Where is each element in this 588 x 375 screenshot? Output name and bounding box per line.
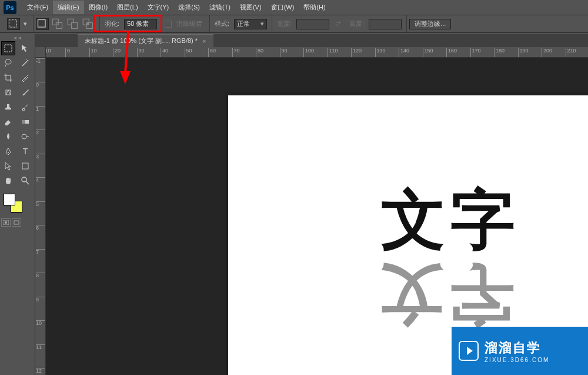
height-input: [369, 19, 402, 29]
pen-tool[interactable]: [1, 144, 15, 158]
history-brush-tool[interactable]: [18, 100, 32, 114]
svg-point-19: [8, 152, 9, 153]
tool-preset-icon[interactable]: [7, 18, 20, 30]
intersect-selection-icon[interactable]: [82, 18, 95, 30]
svg-point-12: [5, 59, 11, 64]
feather-label: 羽化:: [102, 19, 122, 28]
dodge-tool[interactable]: [18, 130, 32, 144]
close-icon[interactable]: ×: [202, 38, 206, 45]
svg-rect-17: [22, 120, 25, 124]
svg-rect-5: [72, 22, 78, 28]
screenmode-icon[interactable]: [12, 218, 21, 227]
svg-rect-14: [6, 90, 11, 95]
foreground-swatch[interactable]: [4, 194, 15, 205]
ruler-vertical: -1012345678910111213: [35, 58, 46, 375]
brush-tool[interactable]: [18, 85, 32, 99]
eraser-tool[interactable]: [1, 115, 15, 129]
svg-rect-0: [9, 19, 17, 27]
eyedropper-tool[interactable]: [18, 71, 32, 85]
svg-rect-25: [14, 221, 19, 224]
subtract-selection-icon[interactable]: [66, 18, 79, 30]
antialias-checkbox: [165, 21, 172, 28]
quickmask-icon[interactable]: [1, 218, 11, 227]
antialias-label: 消除锯齿: [174, 19, 205, 28]
blur-tool[interactable]: [1, 130, 15, 144]
gradient-tool[interactable]: [18, 115, 32, 129]
color-swatches[interactable]: [1, 193, 34, 216]
play-icon: [459, 341, 479, 361]
width-label: 宽度:: [275, 19, 294, 28]
marquee-tool[interactable]: [1, 41, 15, 55]
height-label: 高度:: [347, 19, 366, 28]
hand-tool[interactable]: [1, 174, 15, 188]
document-tab-bar: 未标题-1 @ 100% (文字 副…, RGB/8) * ×: [35, 34, 588, 47]
swap-icon: ⇄: [332, 18, 345, 30]
menu-filter[interactable]: 滤镜(T): [205, 1, 235, 14]
svg-rect-21: [22, 163, 28, 169]
style-select[interactable]: 正常: [234, 19, 267, 29]
watermark-sub: ZIXUE.3D66.COM: [485, 357, 549, 363]
shape-tool[interactable]: [18, 159, 32, 173]
move-tool[interactable]: [18, 41, 32, 55]
svg-rect-2: [52, 19, 58, 25]
ruler-corner: [35, 47, 46, 58]
document-tab[interactable]: 未标题-1 @ 100% (文字 副…, RGB/8) * ×: [78, 34, 213, 47]
ruler-horizontal: -100102030405060708090100110120130140150…: [46, 47, 588, 58]
svg-point-18: [22, 134, 26, 139]
magic-wand-tool[interactable]: [18, 56, 32, 70]
width-input: [296, 19, 329, 29]
svg-rect-8: [87, 22, 89, 25]
menu-file[interactable]: 文件(F): [22, 1, 53, 14]
add-selection-icon[interactable]: [51, 18, 64, 30]
healing-tool[interactable]: [1, 85, 15, 99]
dropdown-icon[interactable]: ▾: [22, 18, 28, 30]
svg-rect-11: [5, 45, 12, 52]
zoom-tool[interactable]: [18, 174, 32, 188]
crop-tool[interactable]: [1, 71, 15, 85]
new-selection-icon[interactable]: [36, 18, 49, 30]
style-label: 样式:: [212, 19, 232, 28]
svg-point-22: [22, 177, 26, 182]
menu-view[interactable]: 视图(V): [235, 1, 266, 14]
canvas-text-reflection: 文字: [381, 250, 520, 337]
app-logo: Ps: [4, 1, 16, 14]
path-selection-tool[interactable]: [1, 159, 15, 173]
menu-select[interactable]: 选择(S): [173, 1, 205, 14]
options-bar: ▾ 羽化: 消除锯齿 样式: 正常 宽度: ⇄ 高度: 调整边缘...: [0, 15, 588, 33]
menu-window[interactable]: 窗口(W): [266, 1, 299, 14]
toolbox: ◄◄ T: [0, 34, 35, 375]
type-tool[interactable]: T: [18, 144, 32, 158]
svg-rect-3: [56, 22, 62, 28]
svg-point-24: [5, 221, 7, 224]
menu-edit[interactable]: 编辑(E): [53, 1, 84, 14]
toolbox-collapse[interactable]: ◄◄: [1, 35, 34, 40]
document-tab-title: 未标题-1 @ 100% (文字 副…, RGB/8) *: [85, 36, 198, 45]
lasso-tool[interactable]: [1, 56, 15, 70]
refine-edge-button[interactable]: 调整边缘...: [409, 19, 451, 29]
menu-layer[interactable]: 图层(L): [112, 1, 142, 14]
feather-input[interactable]: [124, 19, 157, 29]
watermark-title: 溜溜自学: [485, 339, 549, 357]
stamp-tool[interactable]: [1, 100, 15, 114]
svg-text:T: T: [23, 147, 28, 156]
menu-bar: Ps 文件(F) 编辑(E) 图像(I) 图层(L) 文字(Y) 选择(S) 滤…: [0, 0, 588, 15]
workspace: 未标题-1 @ 100% (文字 副…, RGB/8) * × -1001020…: [35, 34, 588, 375]
svg-rect-1: [38, 19, 46, 27]
watermark: 溜溜自学 ZIXUE.3D66.COM: [452, 327, 588, 375]
menu-help[interactable]: 帮助(H): [299, 1, 330, 14]
menu-type[interactable]: 文字(Y): [143, 1, 174, 14]
menu-image[interactable]: 图像(I): [84, 1, 112, 14]
